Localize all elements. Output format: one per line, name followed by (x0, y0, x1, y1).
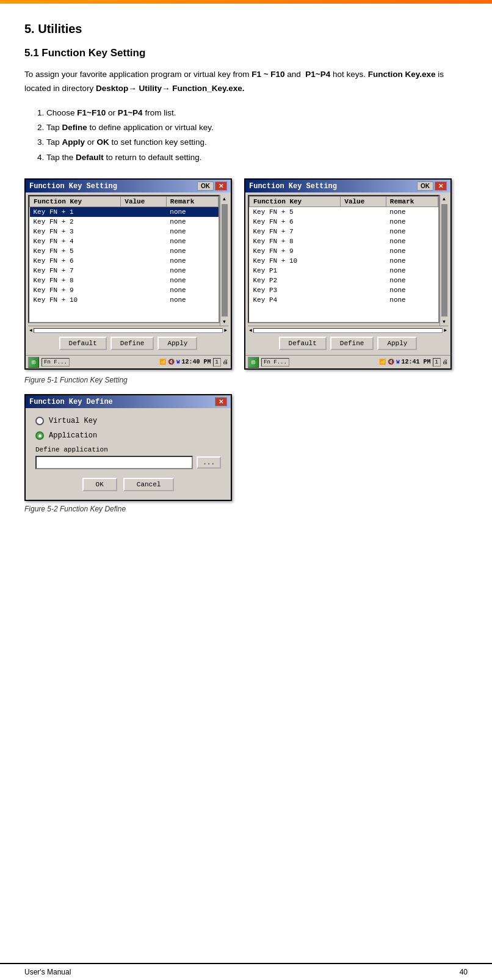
define-app-input[interactable] (35, 456, 193, 469)
taskbar2-start-btn[interactable]: ⊞ (248, 357, 259, 368)
taskbar2-time: 12:41 PM (402, 359, 431, 365)
taskbar1-fn-box[interactable]: Fn F... (42, 358, 70, 367)
table-row[interactable]: Key FN + 2none (30, 217, 219, 227)
define-browse-btn[interactable]: ... (197, 456, 221, 469)
taskbar2-fn-box[interactable]: Fn F... (261, 358, 289, 367)
taskbar2-icon2: 🔇 (388, 359, 394, 365)
table-row[interactable]: Key P2none (250, 276, 438, 285)
dialog1-apply-btn[interactable]: Apply (157, 337, 197, 350)
define-close-btn[interactable]: ✕ (215, 397, 227, 406)
cell-key: Key FN + 6 (30, 256, 121, 266)
scroll-up-arrow[interactable]: ▲ (223, 195, 226, 203)
table-row[interactable]: Key FN + 5none (250, 207, 438, 218)
windows-flag-icon: ⊞ (32, 359, 35, 366)
dialog2-default-btn[interactable]: Default (279, 337, 327, 350)
cell-remark: none (386, 295, 438, 305)
cell-key: Key FN + 5 (250, 207, 341, 218)
dialog1-table: Function Key Value Remark Key FN + 1none… (29, 196, 219, 305)
scroll2-down-arrow[interactable]: ▼ (443, 318, 446, 326)
table-row[interactable]: Key FN + 6none (250, 217, 438, 227)
table-row[interactable]: Key FN + 9none (250, 246, 438, 256)
cell-remark: none (166, 217, 218, 227)
taskbar2-num: 1 (433, 358, 441, 367)
define-titlebar-btns[interactable]: ✕ (215, 397, 227, 406)
cell-value (121, 246, 167, 256)
hscroll2-left[interactable]: ◄ (249, 327, 252, 333)
scroll2-thumb (441, 204, 447, 316)
table-row[interactable]: Key FN + 8none (30, 276, 219, 285)
cell-remark: none (166, 256, 218, 266)
titlebar-1-btns[interactable]: OK ✕ (197, 181, 227, 191)
table-row[interactable]: Key FN + 9none (30, 285, 219, 295)
taskbar1-start-btn[interactable]: ⊞ (28, 357, 39, 368)
titlebar-2-btns[interactable]: OK ✕ (417, 181, 447, 191)
table-row[interactable]: Key FN + 10none (250, 256, 438, 266)
hscroll-right[interactable]: ► (224, 327, 227, 333)
dialog2-table-container: Function Key Value Remark Key FN + 5none… (248, 195, 440, 323)
cell-remark: none (166, 246, 218, 256)
cell-key: Key FN + 10 (250, 256, 341, 266)
table-row[interactable]: Key FN + 4none (30, 236, 219, 246)
hscroll-left[interactable]: ◄ (29, 327, 32, 333)
dialog1-taskbar: ⊞ Fn F... 📶 🔇 W 12:40 PM 1 🖨 (26, 355, 231, 368)
table-row[interactable]: Key FN + 6none (30, 256, 219, 266)
dialog2-apply-btn[interactable]: Apply (377, 337, 417, 350)
cell-key: Key FN + 7 (250, 227, 341, 236)
radio-application-row[interactable]: Application (35, 431, 221, 440)
cell-remark: none (166, 207, 218, 218)
taskbar1-num: 1 (213, 358, 221, 367)
define-ok-btn[interactable]: OK (82, 478, 117, 491)
dialog1-scrollbar[interactable]: ▲ ▼ (220, 195, 228, 326)
scroll2-up-arrow[interactable]: ▲ (443, 195, 446, 203)
table-row[interactable]: Key P1none (250, 266, 438, 276)
scroll-down-arrow[interactable]: ▼ (223, 318, 226, 326)
figure-5-2-block: Function Key Define ✕ Virtual Key Applic… (24, 394, 232, 513)
cell-value (121, 236, 167, 246)
table-row[interactable]: Key FN + 3none (30, 227, 219, 236)
dialog1-hscroll[interactable]: ◄ ► (28, 326, 228, 334)
dialog1-body: Function Key Value Remark Key FN + 1none… (26, 192, 231, 355)
hscroll2-right[interactable]: ► (444, 327, 447, 333)
define-bottom-btns: OK Cancel (35, 478, 221, 491)
section-title: 5. Utilities (24, 22, 468, 36)
cell-key: Key FN + 3 (30, 227, 121, 236)
fkey-setting-dialog-1: Function Key Setting OK ✕ Function Key (24, 178, 232, 370)
radio-virtual-key[interactable] (35, 417, 44, 425)
cell-key: Key FN + 7 (30, 266, 121, 276)
dialog2-ok-btn[interactable]: OK (417, 181, 433, 191)
dialog2-close-btn[interactable]: ✕ (435, 181, 447, 191)
cell-key: Key P4 (250, 295, 341, 305)
table-row[interactable]: Key FN + 8none (250, 236, 438, 246)
cell-remark: none (166, 276, 218, 285)
dialog2-table-area: Function Key Value Remark Key FN + 5none… (248, 195, 448, 326)
cell-remark: none (386, 236, 438, 246)
table-row[interactable]: Key P3none (250, 285, 438, 295)
dialog1-ok-btn[interactable]: OK (197, 181, 214, 191)
define-app-label: Define application (35, 446, 221, 453)
step-3: Tap Apply or OK to set function key sett… (46, 135, 468, 150)
intro-paragraph: To assign your favorite application prog… (24, 68, 468, 96)
table-row[interactable]: Key FN + 10none (30, 295, 219, 305)
table-row[interactable]: Key FN + 1none (30, 207, 219, 218)
dialog2-hscroll[interactable]: ◄ ► (248, 326, 448, 334)
table-row[interactable]: Key P4none (250, 295, 438, 305)
footer-left: User's Manual (24, 968, 71, 976)
define-cancel-btn[interactable]: Cancel (123, 478, 175, 491)
figure-5-1-left: Function Key Setting OK ✕ Function Key (24, 178, 232, 370)
table-row[interactable]: Key FN + 5none (30, 246, 219, 256)
dialog2-scrollbar[interactable]: ▲ ▼ (440, 195, 448, 326)
table-row[interactable]: Key FN + 7none (30, 266, 219, 276)
dialog1-close-btn[interactable]: ✕ (215, 181, 227, 191)
radio-virtual-key-row[interactable]: Virtual Key (35, 417, 221, 425)
dialog1-define-btn[interactable]: Define (110, 337, 154, 350)
taskbar1-icon1: 📶 (159, 359, 166, 365)
table-row[interactable]: Key FN + 7none (250, 227, 438, 236)
taskbar1-time: 12:40 PM (182, 359, 211, 365)
dialog1-default-btn[interactable]: Default (59, 337, 107, 350)
col2-function-key: Function Key (250, 197, 341, 207)
cell-value (121, 227, 167, 236)
cell-remark: none (166, 266, 218, 276)
radio-application[interactable] (35, 431, 44, 440)
dialog2-define-btn[interactable]: Define (330, 337, 374, 350)
windows-flag-icon2: ⊞ (251, 359, 255, 366)
